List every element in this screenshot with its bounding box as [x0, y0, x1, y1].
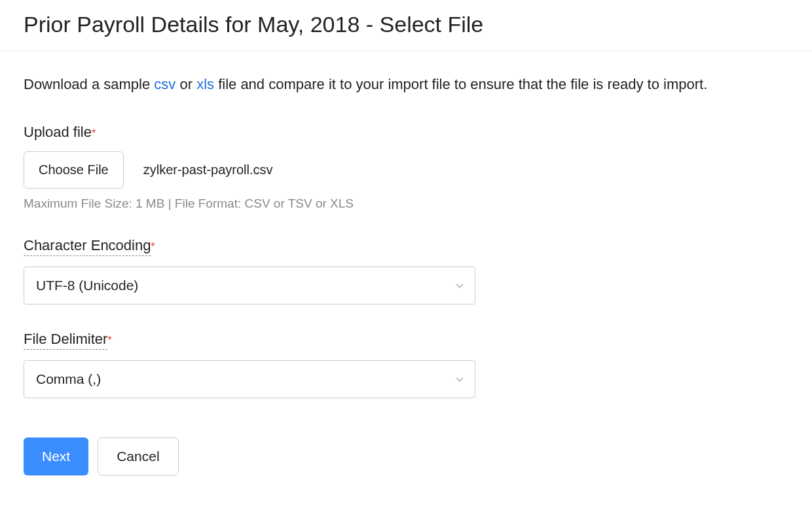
upload-hint: Maximum File Size: 1 MB | File Format: C… — [24, 196, 788, 211]
intro-mid: or — [175, 76, 196, 92]
page-content: Download a sample csv or xls file and co… — [0, 51, 812, 499]
intro-suffix: file and compare it to your import file … — [214, 76, 707, 92]
next-button[interactable]: Next — [24, 437, 88, 475]
action-buttons: Next Cancel — [24, 437, 788, 475]
sample-xls-link[interactable]: xls — [196, 76, 214, 92]
delimiter-select[interactable]: Comma (,) — [24, 360, 475, 398]
encoding-label: Character Encoding — [24, 237, 151, 256]
required-asterisk: * — [92, 128, 96, 139]
selected-filename: zylker-past-payroll.csv — [143, 162, 273, 177]
intro-text: Download a sample csv or xls file and co… — [24, 73, 788, 95]
encoding-section: Character Encoding* UTF-8 (Unicode) — [24, 237, 788, 305]
delimiter-section: File Delimiter* Comma (,) — [24, 331, 788, 398]
cancel-button[interactable]: Cancel — [98, 437, 178, 475]
upload-section: Upload file* Choose File zylker-past-pay… — [24, 124, 788, 211]
intro-prefix: Download a sample — [24, 76, 154, 92]
page-title: Prior Payroll Details for May, 2018 - Se… — [24, 12, 788, 37]
page-header: Prior Payroll Details for May, 2018 - Se… — [0, 0, 812, 51]
encoding-select[interactable]: UTF-8 (Unicode) — [24, 267, 475, 305]
required-asterisk: * — [151, 241, 155, 252]
delimiter-label: File Delimiter — [24, 331, 107, 350]
required-asterisk: * — [107, 335, 111, 346]
upload-label: Upload file — [24, 124, 92, 141]
sample-csv-link[interactable]: csv — [154, 76, 175, 92]
choose-file-button[interactable]: Choose File — [24, 151, 124, 189]
